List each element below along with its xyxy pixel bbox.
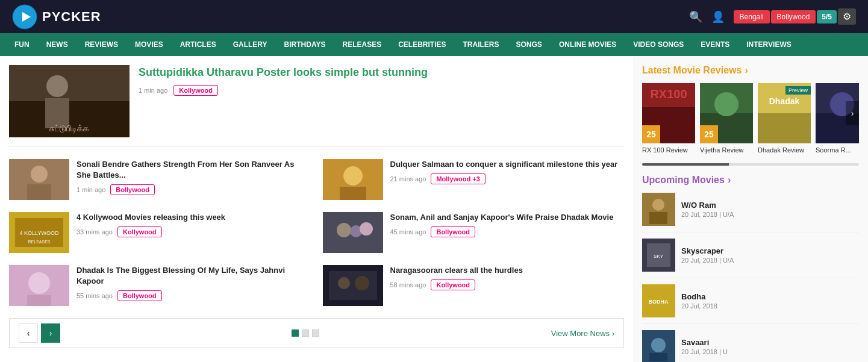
news-meta-1: 21 mins ago Mollywood +3 <box>390 173 625 184</box>
nav-item-gallery[interactable]: GALLERY <box>225 33 276 56</box>
svg-text:RELEASES: RELEASES <box>28 240 51 244</box>
svg-point-8 <box>31 166 48 183</box>
view-more-link[interactable]: View More News › <box>551 329 614 338</box>
news-meta-4: 55 mins ago Bollywood <box>76 290 311 301</box>
bollywood-button[interactable]: Bollywood <box>771 10 816 23</box>
nav-item-releases[interactable]: RELEASES <box>334 33 390 56</box>
news-content-3: Sonam, Anil and Sanjay Kapoor's Wife Pra… <box>390 212 625 237</box>
featured-meta: 1 min ago Kollywood <box>139 85 624 96</box>
upcoming-title-text: Upcoming Movies <box>642 175 725 186</box>
reviews-arrow[interactable]: › <box>745 65 748 76</box>
svg-rect-25 <box>329 271 377 300</box>
news-content-1: Dulquer Salmaan to conquer a significant… <box>390 159 625 184</box>
news-time-1: 21 mins ago <box>390 175 426 183</box>
news-title-4[interactable]: Dhadak Is The Biggest Blessing Of My Lif… <box>76 265 311 287</box>
page-dots <box>292 329 319 337</box>
news-thumb-2: 4 KOLLYWOOD RELEASES <box>9 212 69 253</box>
nav-item-fun[interactable]: FUN <box>6 33 38 56</box>
movie-name-0[interactable]: W/O Ram <box>681 201 859 210</box>
logo-icon <box>12 4 37 30</box>
svg-text:BODHA: BODHA <box>649 299 669 305</box>
featured-title[interactable]: Suttupidikka Utharavu Poster looks simpl… <box>139 65 624 80</box>
news-meta-3: 45 mins ago Bollywood <box>390 226 625 237</box>
news-tag-0[interactable]: Bollywood <box>110 184 155 195</box>
news-item: Sonam, Anil and Sanjay Kapoor's Wife Pra… <box>323 212 625 253</box>
reviews-next-button[interactable]: › <box>846 101 859 125</box>
nav-item-events[interactable]: EVENTS <box>692 33 738 56</box>
nav-item-online-movies[interactable]: ONLINE MOVIES <box>551 33 625 56</box>
svg-point-27 <box>355 276 369 290</box>
movie-name-2[interactable]: Bodha <box>681 292 859 301</box>
sidebar: Latest Movie Reviews › RX100 25 RX 100 R… <box>633 56 868 362</box>
user-icon[interactable]: 👤 <box>711 10 725 23</box>
prev-button[interactable]: ‹ <box>19 323 38 343</box>
reviews-title-text: Latest Movie Reviews <box>642 65 742 76</box>
movie-date-0: 20 Jul, 2018 | U/A <box>681 211 859 218</box>
news-item: Naragasooran clears all the hurdles 58 m… <box>323 265 625 306</box>
news-tag-4[interactable]: Bollywood <box>117 290 162 301</box>
reviews-section-title: Latest Movie Reviews › <box>642 65 859 76</box>
nav-item-interviews[interactable]: INTERVIEWS <box>738 33 799 56</box>
upcoming-section-title: Upcoming Movies › <box>642 175 859 186</box>
bengali-button[interactable]: Bengali <box>734 10 770 23</box>
news-tag-1[interactable]: Mollywood +3 <box>431 173 485 184</box>
news-title-2[interactable]: 4 Kollywood Movies releasing this week <box>76 212 311 223</box>
nav-item-reviews[interactable]: REVIEWS <box>76 33 126 56</box>
news-title-1[interactable]: Dulquer Salmaan to conquer a significant… <box>390 159 625 170</box>
logo-text: PYCKER <box>42 9 101 25</box>
news-title-5[interactable]: Naragasooran clears all the hurdles <box>390 265 625 276</box>
movie-info-2: Bodha 20 Jul, 2018 <box>681 292 859 310</box>
svg-text:SKY: SKY <box>654 254 664 259</box>
news-title-3[interactable]: Sonam, Anil and Sanjay Kapoor's Wife Pra… <box>390 212 625 223</box>
dot-1[interactable] <box>292 329 299 337</box>
nav-item-celebrities[interactable]: CELEBRITIES <box>390 33 454 56</box>
svg-point-11 <box>343 166 363 186</box>
movie-info-1: Skyscraper 20 Jul, 2018 | U/A <box>681 246 859 264</box>
nav-item-video-songs[interactable]: VIDEO SONGS <box>625 33 692 56</box>
movie-thumb-1: SKY <box>642 239 675 272</box>
nav-item-movies[interactable]: MOVIES <box>126 33 172 56</box>
next-button[interactable]: › <box>41 323 60 343</box>
dot-3[interactable] <box>312 329 319 337</box>
featured-content: Suttupidikka Utharavu Poster looks simpl… <box>139 65 624 137</box>
news-thumb-5 <box>323 265 383 306</box>
movie-name-1[interactable]: Skyscraper <box>681 246 859 255</box>
settings-button[interactable]: ⚙ <box>838 8 856 25</box>
news-tag-3[interactable]: Bollywood <box>431 226 475 237</box>
featured-image: சுட்டுபிடிக்க <box>9 65 130 137</box>
svg-point-33 <box>714 92 738 116</box>
news-thumb-1 <box>323 159 383 200</box>
news-title-0[interactable]: Sonali Bendre Gathers Strength From Her … <box>76 159 311 181</box>
search-icon[interactable]: 🔍 <box>689 10 702 23</box>
svg-point-4 <box>46 75 68 97</box>
svg-text:RX100: RX100 <box>650 87 687 101</box>
svg-point-41 <box>652 199 664 211</box>
movie-name-3[interactable]: Savaari <box>681 338 859 347</box>
featured-time: 1 min ago <box>139 87 167 94</box>
news-meta-2: 33 mins ago Kollywood <box>76 226 311 237</box>
page-nav: ‹ › <box>19 323 60 343</box>
review-label-2: Dhadak Review <box>758 146 811 154</box>
svg-text:Dhadak: Dhadak <box>769 96 800 106</box>
review-label-3: Soorma R... <box>816 146 859 154</box>
review-img-wrap-0: RX100 25 <box>642 83 695 143</box>
featured-tag[interactable]: Kollywood <box>173 85 218 96</box>
news-tag-5[interactable]: Kollywood <box>431 279 475 290</box>
review-score-1: 25 <box>700 125 718 143</box>
news-content-5: Naragasooran clears all the hurdles 58 m… <box>390 265 625 290</box>
nav-item-songs[interactable]: SONGS <box>508 33 551 56</box>
pagination-bar: ‹ › View More News › <box>9 318 624 348</box>
dot-2[interactable] <box>302 329 309 337</box>
upcoming-arrow[interactable]: › <box>728 175 731 186</box>
news-content-0: Sonali Bendre Gathers Strength From Her … <box>76 159 311 195</box>
news-time-4: 55 mins ago <box>76 292 113 299</box>
reviews-progress <box>642 163 859 166</box>
logo-area: PYCKER <box>12 4 101 30</box>
nav-item-birthdays[interactable]: BIRTHDAYS <box>276 33 334 56</box>
movie-date-2: 20 Jul, 2018 <box>681 302 859 310</box>
nav-item-news[interactable]: NEWS <box>38 33 76 56</box>
news-time-5: 58 mins ago <box>390 281 426 289</box>
news-tag-2[interactable]: Kollywood <box>117 226 162 237</box>
nav-item-articles[interactable]: ARTICLES <box>172 33 225 56</box>
nav-item-trailers[interactable]: TRAILERS <box>455 33 508 56</box>
